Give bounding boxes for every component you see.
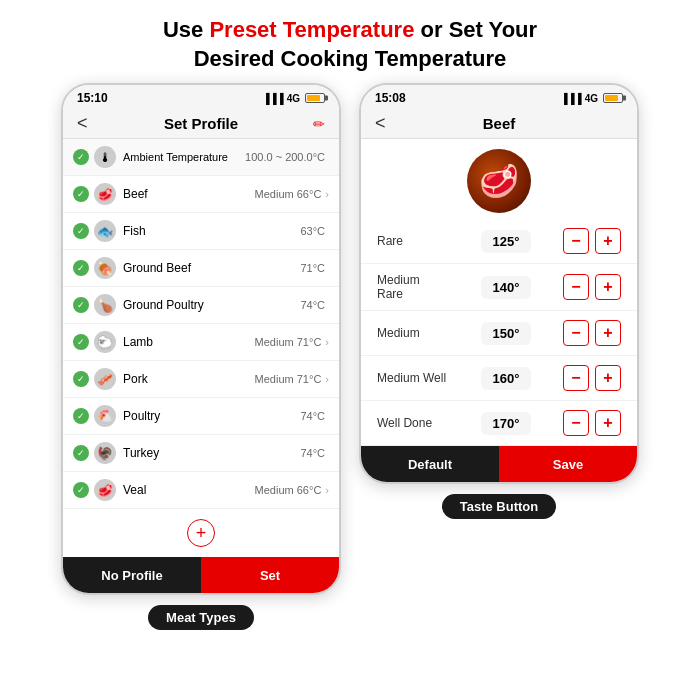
signal-icon: ▐▐▐ xyxy=(262,93,283,104)
value-medium-well: 160° xyxy=(481,367,531,390)
controls-medium-well: − + xyxy=(563,365,621,391)
item-name-pork: Pork xyxy=(123,372,255,386)
header-line2: Desired Cooking Temperature xyxy=(194,46,507,71)
plus-medium-rare-button[interactable]: + xyxy=(595,274,621,300)
right-network-label: 4G xyxy=(585,93,598,104)
food-icon-ground-poultry: 🍗 xyxy=(94,294,116,316)
right-status-bar: 15:08 ▐▐▐ 4G xyxy=(361,85,637,109)
list-item-beef[interactable]: ✓ 🥩 Beef Medium 66°C › xyxy=(63,176,339,213)
right-battery-icon xyxy=(603,93,623,103)
meat-types-label: Meat Types xyxy=(148,605,254,630)
check-icon-lamb: ✓ xyxy=(73,334,89,350)
default-button[interactable]: Default xyxy=(361,446,499,482)
list-item-veal[interactable]: ✓ 🥩 Veal Medium 66°C › xyxy=(63,472,339,509)
food-icon-poultry: 🐔 xyxy=(94,405,116,427)
controls-well-done: − + xyxy=(563,410,621,436)
list-item-lamb[interactable]: ✓ 🐑 Lamb Medium 71°C › xyxy=(63,324,339,361)
save-button[interactable]: Save xyxy=(499,446,637,482)
item-temp-poultry: 74°C xyxy=(300,410,325,422)
taste-button-label: Taste Button xyxy=(442,494,556,519)
item-name-ground-beef: Ground Beef xyxy=(123,261,300,275)
plus-well-done-button[interactable]: + xyxy=(595,410,621,436)
label-medium-rare: Medium Rare xyxy=(377,273,449,301)
check-icon-ambient: ✓ xyxy=(73,149,89,165)
chevron-beef: › xyxy=(325,188,329,200)
list-item-turkey[interactable]: ✓ 🦃 Turkey 74°C xyxy=(63,435,339,472)
temp-row-well-done: Well Done 170° − + xyxy=(361,401,637,446)
minus-rare-button[interactable]: − xyxy=(563,228,589,254)
battery-icon xyxy=(305,93,325,103)
item-name-ground-poultry: Ground Poultry xyxy=(123,298,300,312)
temp-row-medium-well: Medium Well 160° − + xyxy=(361,356,637,401)
plus-rare-button[interactable]: + xyxy=(595,228,621,254)
item-temp-pork: Medium 71°C xyxy=(255,373,322,385)
food-icon-veal: 🥩 xyxy=(94,479,116,501)
controls-medium: − + xyxy=(563,320,621,346)
right-nav-title: Beef xyxy=(483,115,516,132)
item-temp-veal: Medium 66°C xyxy=(255,484,322,496)
minus-medium-rare-button[interactable]: − xyxy=(563,274,589,300)
chevron-veal: › xyxy=(325,484,329,496)
food-icon-beef: 🥩 xyxy=(94,183,116,205)
temp-row-medium-rare: Medium Rare 140° − + xyxy=(361,264,637,311)
right-time: 15:08 xyxy=(375,91,406,105)
food-icon-ambient: 🌡 xyxy=(94,146,116,168)
left-bottom-bar: No Profile Set xyxy=(63,557,339,593)
add-button-row: + xyxy=(63,509,339,557)
minus-medium-button[interactable]: − xyxy=(563,320,589,346)
left-nav-bar: < Set Profile ✏ xyxy=(63,109,339,139)
plus-medium-button[interactable]: + xyxy=(595,320,621,346)
check-icon-fish: ✓ xyxy=(73,223,89,239)
temp-row-medium: Medium 150° − + xyxy=(361,311,637,356)
item-temp-ground-beef: 71°C xyxy=(300,262,325,274)
set-button[interactable]: Set xyxy=(201,557,339,593)
food-icon-ground-beef: 🍖 xyxy=(94,257,116,279)
page-header: Use Preset Temperature or Set Your Desir… xyxy=(0,0,700,83)
item-name-lamb: Lamb xyxy=(123,335,255,349)
right-back-button[interactable]: < xyxy=(375,113,386,134)
add-item-button[interactable]: + xyxy=(187,519,215,547)
right-phone-content: Rare 125° − + Medium Rare 140° − + xyxy=(361,219,637,446)
list-item-ground-poultry[interactable]: ✓ 🍗 Ground Poultry 74°C xyxy=(63,287,339,324)
list-item-fish[interactable]: ✓ 🐟 Fish 63°C xyxy=(63,213,339,250)
item-temp-ground-poultry: 74°C xyxy=(300,299,325,311)
beef-header: 🥩 xyxy=(361,139,637,219)
left-edit-icon[interactable]: ✏ xyxy=(313,116,325,132)
beef-image: 🥩 xyxy=(467,149,531,213)
left-phone-content: ✓ 🌡 Ambient Temperature 100.0 ~ 200.0°C … xyxy=(63,139,339,557)
plus-medium-well-button[interactable]: + xyxy=(595,365,621,391)
value-medium: 150° xyxy=(481,322,531,345)
controls-rare: − + xyxy=(563,228,621,254)
highlight-text: Preset Temperature xyxy=(209,17,414,42)
temp-row-rare: Rare 125° − + xyxy=(361,219,637,264)
item-temp-turkey: 74°C xyxy=(300,447,325,459)
left-status-icons: ▐▐▐ 4G xyxy=(262,93,325,104)
list-item-ground-beef[interactable]: ✓ 🍖 Ground Beef 71°C xyxy=(63,250,339,287)
list-item-poultry[interactable]: ✓ 🐔 Poultry 74°C xyxy=(63,398,339,435)
no-profile-button[interactable]: No Profile xyxy=(63,557,201,593)
left-status-bar: 15:10 ▐▐▐ 4G xyxy=(63,85,339,109)
left-back-button[interactable]: < xyxy=(77,113,88,134)
food-icon-lamb: 🐑 xyxy=(94,331,116,353)
item-name-fish: Fish xyxy=(123,224,300,238)
value-rare: 125° xyxy=(481,230,531,253)
food-icon-turkey: 🦃 xyxy=(94,442,116,464)
item-temp-ambient: 100.0 ~ 200.0°C xyxy=(245,151,325,163)
label-medium: Medium xyxy=(377,326,449,340)
item-temp-beef: Medium 66°C xyxy=(255,188,322,200)
check-icon-ground-poultry: ✓ xyxy=(73,297,89,313)
list-item-pork[interactable]: ✓ 🥓 Pork Medium 71°C › xyxy=(63,361,339,398)
minus-medium-well-button[interactable]: − xyxy=(563,365,589,391)
item-name-beef: Beef xyxy=(123,187,255,201)
minus-well-done-button[interactable]: − xyxy=(563,410,589,436)
list-item-ambient[interactable]: ✓ 🌡 Ambient Temperature 100.0 ~ 200.0°C xyxy=(63,139,339,176)
right-phone-label: Taste Button xyxy=(442,494,556,519)
controls-medium-rare: − + xyxy=(563,274,621,300)
value-medium-rare: 140° xyxy=(481,276,531,299)
check-icon-ground-beef: ✓ xyxy=(73,260,89,276)
check-icon-poultry: ✓ xyxy=(73,408,89,424)
right-signal-icon: ▐▐▐ xyxy=(560,93,581,104)
right-bottom-bar: Default Save xyxy=(361,446,637,482)
check-icon-pork: ✓ xyxy=(73,371,89,387)
item-name-veal: Veal xyxy=(123,483,255,497)
